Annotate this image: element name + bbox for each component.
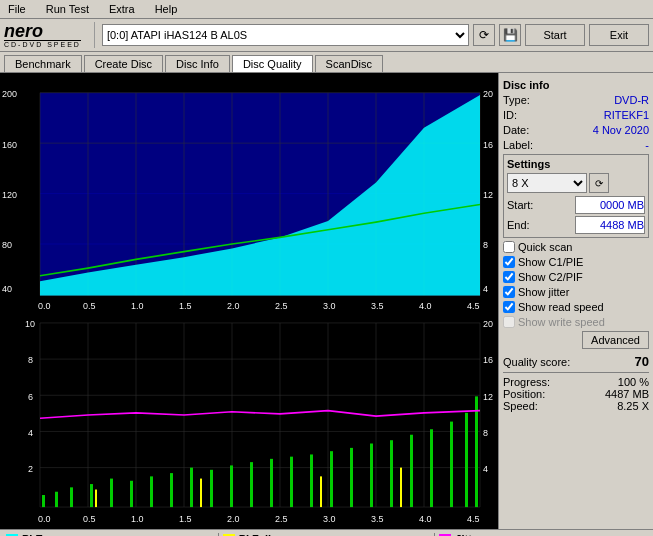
svg-rect-80 [200, 479, 202, 508]
speed-row: 8 X ⟳ [507, 173, 645, 193]
tab-disc-quality[interactable]: Disc Quality [232, 55, 313, 72]
end-label: End: [507, 219, 530, 231]
show-read-speed-row: Show read speed [503, 301, 649, 313]
svg-rect-63 [190, 468, 193, 507]
svg-rect-73 [390, 440, 393, 507]
svg-text:4.0: 4.0 [419, 299, 432, 310]
disc-type-value: DVD-R [614, 94, 649, 106]
speed-label: Speed: [503, 400, 538, 412]
svg-text:4: 4 [28, 426, 33, 437]
svg-text:200: 200 [2, 88, 17, 99]
svg-rect-75 [430, 429, 433, 507]
disc-label-label: Label: [503, 139, 533, 151]
show-c1pie-row: Show C1/PIE [503, 256, 649, 268]
refresh-icon-button[interactable]: ⟳ [473, 24, 495, 46]
svg-rect-71 [350, 448, 353, 507]
speed-refresh-button[interactable]: ⟳ [589, 173, 609, 193]
svg-text:16: 16 [483, 138, 493, 149]
end-row: End: [507, 216, 645, 234]
start-button[interactable]: Start [525, 24, 585, 46]
svg-rect-69 [310, 454, 313, 507]
svg-rect-82 [400, 468, 402, 507]
quick-scan-label: Quick scan [518, 241, 572, 253]
svg-text:8: 8 [28, 354, 33, 365]
svg-rect-57 [70, 487, 73, 507]
svg-text:2.5: 2.5 [275, 299, 288, 310]
svg-text:4.5: 4.5 [467, 299, 480, 310]
svg-text:0.5: 0.5 [83, 513, 96, 524]
svg-text:3.5: 3.5 [371, 299, 384, 310]
svg-rect-59 [110, 479, 113, 508]
disc-label-row: Label: - [503, 139, 649, 151]
svg-rect-74 [410, 435, 413, 507]
svg-rect-66 [250, 462, 253, 507]
menu-bar: File Run Test Extra Help [0, 0, 653, 19]
svg-rect-68 [290, 457, 293, 507]
svg-rect-58 [90, 484, 93, 507]
svg-text:2.0: 2.0 [227, 513, 240, 524]
svg-rect-72 [370, 444, 373, 508]
svg-text:1.5: 1.5 [179, 299, 192, 310]
svg-text:120: 120 [2, 189, 17, 200]
svg-rect-79 [95, 490, 97, 508]
disc-id-label: ID: [503, 109, 517, 121]
disc-label-value: - [645, 139, 649, 151]
quick-scan-checkbox[interactable] [503, 241, 515, 253]
toolbar: nero CD-DVD SPEED [0:0] ATAPI iHAS124 B … [0, 19, 653, 52]
position-row: Position: 4487 MB [503, 388, 649, 400]
svg-text:0.5: 0.5 [83, 299, 96, 310]
settings-title: Settings [507, 158, 645, 170]
svg-rect-60 [130, 481, 133, 507]
disc-date-label: Date: [503, 124, 529, 136]
tab-benchmark[interactable]: Benchmark [4, 55, 82, 72]
position-value: 4487 MB [605, 388, 649, 400]
menu-help[interactable]: Help [151, 2, 182, 16]
svg-rect-67 [270, 459, 273, 507]
svg-text:40: 40 [2, 283, 12, 294]
quality-score-label: Quality score: [503, 356, 570, 368]
end-input[interactable] [575, 216, 645, 234]
disc-info-title: Disc info [503, 79, 649, 91]
speed-row: Speed: 8.25 X [503, 400, 649, 412]
svg-rect-55 [42, 495, 45, 507]
show-c1pie-checkbox[interactable] [503, 256, 515, 268]
drive-select[interactable]: [0:0] ATAPI iHAS124 B AL0S [102, 24, 469, 46]
speed-value: 8.25 X [617, 400, 649, 412]
tab-create-disc[interactable]: Create Disc [84, 55, 163, 72]
show-c2pif-checkbox[interactable] [503, 271, 515, 283]
svg-text:10: 10 [25, 318, 35, 329]
nero-logo: nero CD-DVD SPEED [4, 22, 81, 48]
tab-disc-info[interactable]: Disc Info [165, 55, 230, 72]
show-c1pie-label: Show C1/PIE [518, 256, 583, 268]
svg-text:0.0: 0.0 [38, 299, 51, 310]
quality-score-value: 70 [635, 354, 649, 369]
svg-text:160: 160 [2, 138, 17, 149]
tab-scan-disc[interactable]: ScanDisc [315, 55, 383, 72]
advanced-button[interactable]: Advanced [582, 331, 649, 349]
svg-text:3.0: 3.0 [323, 513, 336, 524]
menu-extra[interactable]: Extra [105, 2, 139, 16]
show-read-speed-label: Show read speed [518, 301, 604, 313]
bottom-stats: PI Errors Average: 36.63 Maximum: 194 To… [0, 529, 653, 536]
svg-rect-65 [230, 465, 233, 507]
save-icon-button[interactable]: 💾 [499, 24, 521, 46]
start-input[interactable] [575, 196, 645, 214]
svg-text:4: 4 [483, 463, 488, 474]
tab-bar: Benchmark Create Disc Disc Info Disc Qua… [0, 52, 653, 73]
show-read-speed-checkbox[interactable] [503, 301, 515, 313]
menu-file[interactable]: File [4, 2, 30, 16]
svg-text:4.5: 4.5 [467, 513, 480, 524]
svg-rect-61 [150, 476, 153, 507]
show-write-speed-label: Show write speed [518, 316, 605, 328]
show-c2pif-label: Show C2/PIF [518, 271, 583, 283]
svg-rect-76 [450, 422, 453, 508]
show-jitter-label: Show jitter [518, 286, 569, 298]
exit-button[interactable]: Exit [589, 24, 649, 46]
speed-select[interactable]: 8 X [507, 173, 587, 193]
svg-text:6: 6 [28, 390, 33, 401]
menu-run-test[interactable]: Run Test [42, 2, 93, 16]
start-row: Start: [507, 196, 645, 214]
right-panel: Disc info Type: DVD-R ID: RITEKF1 Date: … [498, 73, 653, 529]
show-write-speed-checkbox[interactable] [503, 316, 515, 328]
show-jitter-checkbox[interactable] [503, 286, 515, 298]
